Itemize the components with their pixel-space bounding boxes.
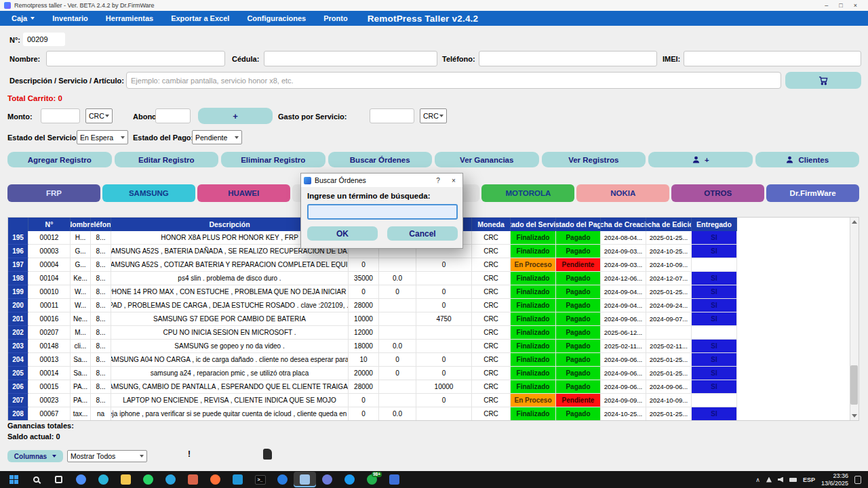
estado-pago-select[interactable]: Pendiente: [192, 130, 242, 144]
action-button-editar-registro[interactable]: Editar Registro: [115, 152, 219, 167]
table-row[interactable]: 20200207M...8...CPU NO INICIA SESION EN …: [8, 326, 859, 340]
brand-button-motorola[interactable]: MOTOROLA: [481, 184, 574, 202]
amount-cell: 18000: [349, 340, 379, 353]
descripcion-input[interactable]: [126, 72, 781, 89]
client-name-cell: M...: [71, 326, 91, 340]
keyboard-language[interactable]: ESP: [803, 476, 815, 483]
dialog-help-button[interactable]: ?: [432, 177, 444, 184]
action-button-eliminar-registro[interactable]: Eliminar Registro: [221, 152, 326, 167]
telegram-icon[interactable]: [159, 472, 182, 487]
volume-icon[interactable]: [778, 477, 783, 483]
scroll-down-icon[interactable]: [852, 414, 857, 418]
numero-input[interactable]: [23, 33, 65, 46]
close-button[interactable]: ×: [854, 2, 857, 9]
network-icon[interactable]: [766, 477, 772, 483]
created-date-cell: 2025-06-12...: [601, 326, 646, 340]
menu-item-exportar-a-excel[interactable]: Exportar a Excel: [162, 14, 238, 22]
file-explorer-icon[interactable]: [115, 472, 137, 487]
brand-button-samsung[interactable]: SAMSUNG: [102, 184, 195, 202]
table-row[interactable]: 20400013Sa...8...SAMSUNG A04 NO CARGA , …: [8, 353, 859, 367]
add-to-cart-button[interactable]: +: [198, 108, 273, 124]
table-row[interactable]: 20700023PA...8...LAPTOP NO ENCIENDE , RE…: [8, 394, 859, 407]
estado-servicio-select[interactable]: En Espera: [77, 130, 128, 144]
cart-button[interactable]: [785, 72, 861, 89]
header-client-name: Nombre: [71, 218, 91, 231]
whatsapp-icon[interactable]: [137, 472, 159, 487]
actions-row: Agregar RegistroEditar RegistroEliminar …: [7, 152, 859, 167]
brand-button-frp[interactable]: FRP: [7, 184, 100, 202]
table-row[interactable]: 20100016Ne...8...SAMSUNG S7 EDGE POR CAM…: [8, 312, 859, 326]
menu-item-pronto[interactable]: Pronto: [315, 14, 356, 22]
app-glyph: [76, 474, 86, 485]
terminal-icon[interactable]: >_: [249, 472, 271, 487]
menu-item-caja[interactable]: Caja: [3, 14, 43, 22]
brand-button-huawei[interactable]: HUAWEI: [197, 184, 290, 202]
ok-button[interactable]: OK: [307, 226, 378, 241]
abono-input[interactable]: [155, 108, 191, 123]
photos-icon[interactable]: [182, 472, 204, 487]
edge-icon[interactable]: [92, 472, 115, 487]
order-number-cell: 00012: [28, 231, 71, 245]
cedula-input[interactable]: [264, 51, 437, 66]
dialog-close-button[interactable]: ×: [448, 177, 460, 184]
table-row[interactable]: 20500014Sa...8...samsung a24 , reparacio…: [8, 367, 859, 380]
monto-currency-select[interactable]: CRC: [85, 108, 113, 123]
scroll-up-icon[interactable]: [852, 220, 857, 224]
row-number-cell: 197: [8, 258, 28, 272]
table-row[interactable]: 20600015PA...8...SAMSUNG, CAMBIO DE PANT…: [8, 380, 859, 394]
task-view-icon[interactable]: [47, 472, 70, 487]
brand-button-otros[interactable]: OTROS: [671, 184, 764, 202]
brand-button-nokia[interactable]: NOKIA: [576, 184, 669, 202]
widgets-icon[interactable]: [70, 472, 92, 487]
search-icon[interactable]: [25, 472, 47, 487]
firefox-icon[interactable]: [204, 472, 226, 487]
windows-start-icon[interactable]: [3, 472, 25, 487]
tray-expand-icon[interactable]: ∧: [755, 476, 760, 483]
button-label: Editar Registro: [138, 156, 194, 164]
search-term-input[interactable]: [307, 204, 458, 220]
imei-input[interactable]: [684, 51, 861, 66]
columnas-button[interactable]: Columnas: [7, 450, 63, 462]
minimize-button[interactable]: –: [825, 2, 828, 9]
notification-center-icon[interactable]: [854, 476, 861, 484]
app-blue-icon[interactable]: [338, 472, 361, 487]
nombre-input[interactable]: [46, 51, 225, 66]
battery-icon[interactable]: [789, 478, 797, 482]
table-row[interactable]: 19700004G...8...SAMSUNG A52S , COTIZAR B…: [8, 258, 859, 272]
menu-item-herramientas[interactable]: Herramientas: [97, 14, 162, 22]
clock[interactable]: 23:36 13/6/2025: [821, 472, 848, 487]
description-cell: ps4 slin . problema de disco duro .: [111, 272, 349, 285]
table-row[interactable]: 19900010W...8...IPHONE 14 PRO MAX , CON …: [8, 285, 859, 299]
remotpress-app-icon[interactable]: [294, 472, 316, 487]
cancel-button[interactable]: Cancel: [387, 226, 458, 241]
chat-icon[interactable]: 98+: [361, 472, 383, 487]
action-button-buscar-ordenes[interactable]: Buscar Órdenes: [328, 152, 433, 167]
gasto-currency-select[interactable]: CRC: [420, 108, 447, 123]
brand-button-dr-firmware[interactable]: Dr.FirmWare: [766, 184, 859, 202]
messenger-icon[interactable]: [271, 472, 294, 487]
mostrar-select[interactable]: Mostrar Todos: [67, 450, 147, 462]
app-blue-2-icon[interactable]: [383, 472, 406, 487]
action-button-clientes[interactable]: Clientes: [755, 152, 860, 167]
unread-badge: 98+: [372, 472, 382, 477]
service-status-cell: Finalizado: [511, 231, 556, 245]
button-label: Eliminar Registro: [241, 156, 305, 164]
menu-item-configuraciones[interactable]: Configuraciones: [238, 14, 315, 22]
add-client-button[interactable]: +: [648, 152, 753, 167]
created-date-cell: 2024-09-09...: [601, 394, 646, 407]
maximize-button[interactable]: □: [839, 2, 842, 9]
table-row[interactable]: 20000011W...8...IPAD , PROBLEMAS DE CARG…: [8, 299, 859, 312]
action-button-ver-registros[interactable]: Ver Registros: [542, 152, 646, 167]
table-row[interactable]: 20800067tax...nadeja iphone , para verif…: [8, 407, 859, 421]
table-row[interactable]: 20300148cli...8...SAMSUNG se gopeo y no …: [8, 340, 859, 353]
gasto-input[interactable]: [370, 108, 414, 123]
discord-icon[interactable]: [316, 472, 338, 487]
action-button-agregar-registro[interactable]: Agregar Registro: [7, 152, 112, 167]
menu-item-inventario[interactable]: Inventario: [43, 14, 97, 22]
table-row[interactable]: 19800104Ke...8...ps4 slin . problema de …: [8, 272, 859, 285]
action-button-ver-ganancias[interactable]: Ver Ganancias: [435, 152, 539, 167]
vscode-icon[interactable]: [226, 472, 249, 487]
monto-input[interactable]: [41, 108, 80, 123]
telefono-input[interactable]: [479, 51, 657, 66]
scrollbar-thumb[interactable]: [850, 365, 858, 405]
